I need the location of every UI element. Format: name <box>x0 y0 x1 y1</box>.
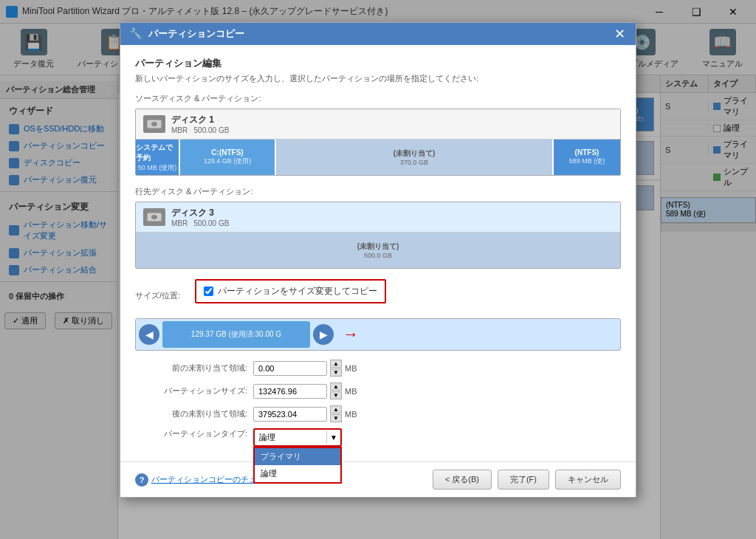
size-bar-left-arrow[interactable]: ◀ <box>139 324 159 345</box>
form-unit-1: MB <box>345 387 357 396</box>
svg-point-3 <box>151 215 157 219</box>
dest-unalloc-size: 500.0 GB <box>364 252 392 259</box>
form-input-wrap-2: ▲ ▼ MB <box>253 405 357 422</box>
spin-down-1[interactable]: ▼ <box>330 391 342 399</box>
svg-point-1 <box>151 122 157 126</box>
source-label: ソースディスク & パーティション: <box>135 93 621 104</box>
arrow-icon: → <box>343 325 359 344</box>
source-disk-header: ディスク 1 MBR 500.00 GB <box>136 109 620 140</box>
type-row: パーティションタイプ: 論理 ▼ プライマリ 論理 <box>135 428 621 447</box>
size-bar-fill: 129.37 GB (使用済:30.00 G <box>162 321 310 348</box>
dialog-title-bar: 🔧 パーティションコピー ✕ <box>120 23 636 45</box>
source-disk-container: ディスク 1 MBR 500.00 GB システムで予約 50 MB (使用) … <box>135 109 621 176</box>
source-disk-partitions: システムで予約 50 MB (使用) C:(NTFS) 129.4 GB (使用… <box>136 140 620 175</box>
form-row-1: パーティションサイズ: ▲ ▼ MB <box>135 382 621 399</box>
form-input-wrap-1: ▲ ▼ MB <box>253 382 357 399</box>
size-bar-right-arrow[interactable]: ▶ <box>313 324 334 345</box>
dialog: 🔧 パーティションコピー ✕ パーティション編集 新しいパーティションのサイズを… <box>120 22 636 498</box>
type-select-value: 論理 <box>255 430 326 445</box>
dialog-section-title: パーティション編集 <box>135 57 621 70</box>
form-unit-0: MB <box>345 364 357 373</box>
back-button[interactable]: < 戻る(B) <box>433 470 492 490</box>
part-unalloc-src[interactable]: (未割り当て) 370.0 GB <box>276 140 554 175</box>
spin-down-2[interactable]: ▼ <box>330 414 342 422</box>
form-label-2: 後の未割り当て領域: <box>135 408 253 419</box>
spin-up-2[interactable]: ▲ <box>330 405 342 413</box>
dest-unalloc[interactable]: (未割り当て) 500.0 GB <box>136 233 620 268</box>
dialog-content: パーティション編集 新しいパーティションのサイズを入力し、選択したパーティション… <box>120 45 636 461</box>
dialog-footer: ? パーティションコピーのチュートリアル < 戻る(B) 完了(F) キャンセル <box>120 461 636 497</box>
size-label: サイズ/位置: <box>135 290 180 301</box>
dialog-icon: 🔧 <box>129 27 142 41</box>
dest-disk-name: ディスク 3 <box>171 207 229 219</box>
spin-up-1[interactable]: ▲ <box>330 382 342 391</box>
dest-disk-header: ディスク 3 MBR 500.00 GB <box>136 202 620 233</box>
dest-unalloc-label: (未割り当て) <box>357 241 399 252</box>
part-c-src-label: C:(NTFS) <box>211 148 243 157</box>
resize-checkbox[interactable] <box>204 286 213 296</box>
source-disk-name: ディスク 1 <box>171 114 229 126</box>
form-row-0: 前の未割り当て領域: ▲ ▼ MB <box>135 360 621 377</box>
partition-type-label: パーティションタイプ: <box>135 428 253 439</box>
dropdown-option-primary[interactable]: プライマリ <box>255 448 340 465</box>
part-unalloc-src-label: (未割り当て) <box>394 148 436 159</box>
size-bar-fill-text: 129.37 GB (使用済:30.00 G <box>188 329 284 340</box>
part-c-src[interactable]: C:(NTFS) 129.4 GB (使用) <box>180 140 276 175</box>
source-disk-info: ディスク 1 MBR 500.00 GB <box>171 114 229 134</box>
dropdown-option-logical[interactable]: 論理 <box>255 465 340 482</box>
form-unit-2: MB <box>345 410 357 419</box>
spin-btns-0: ▲ ▼ <box>330 360 342 377</box>
part-ntfs2-src-size: 589 MB (使) <box>569 157 605 166</box>
finish-button[interactable]: 完了(F) <box>498 470 549 490</box>
form-input-2[interactable] <box>253 407 327 422</box>
checkbox-section: パーティションをサイズ変更してコピー <box>195 279 386 303</box>
spin-btns-1: ▲ ▼ <box>330 382 342 399</box>
type-select-display[interactable]: 論理 ▼ <box>253 428 342 447</box>
spin-btns-2: ▲ ▼ <box>330 405 342 422</box>
form-input-0[interactable] <box>253 361 327 376</box>
type-dropdown: プライマリ 論理 <box>253 447 342 484</box>
cancel-button[interactable]: キャンセル <box>555 470 621 490</box>
form-input-wrap-0: ▲ ▼ MB <box>253 360 357 377</box>
source-disk-type: MBR 500.00 GB <box>171 126 229 134</box>
part-system-src[interactable]: システムで予約 50 MB (使用) <box>136 140 180 175</box>
size-pos-header: サイズ/位置: パーティションをサイズ変更してコピー <box>135 279 621 312</box>
checkbox-label: パーティションをサイズ変更してコピー <box>218 285 377 298</box>
form-row-2: 後の未割り当て領域: ▲ ▼ MB <box>135 405 621 422</box>
form-label-1: パーティションサイズ: <box>135 385 253 396</box>
spin-up-0[interactable]: ▲ <box>330 360 342 368</box>
form-label-0: 前の未割り当て領域: <box>135 363 253 374</box>
dialog-overlay: 🔧 パーティションコピー ✕ パーティション編集 新しいパーティションのサイズを… <box>0 0 756 539</box>
part-ntfs2-src[interactable]: (NTFS) 589 MB (使) <box>554 140 620 175</box>
form-input-1[interactable] <box>253 384 327 399</box>
part-c-src-size: 129.4 GB (使用) <box>204 157 252 166</box>
size-bar: ◀ 129.37 GB (使用済:30.00 G ▶ → <box>135 318 621 351</box>
dialog-close-button[interactable]: ✕ <box>613 27 627 41</box>
type-select-wrap: 論理 ▼ プライマリ 論理 <box>253 428 342 447</box>
part-ntfs2-src-label: (NTFS) <box>575 148 599 157</box>
dest-label: 行先ディスク & パーティション: <box>135 186 621 197</box>
dest-disk-info: ディスク 3 MBR 500.00 GB <box>171 207 229 227</box>
source-disk-icon <box>143 115 165 133</box>
spin-down-0[interactable]: ▼ <box>330 368 342 377</box>
dest-disk-container: ディスク 3 MBR 500.00 GB (未割り当て) 500.0 GB <box>135 202 621 269</box>
dest-disk-partitions: (未割り当て) 500.0 GB <box>136 233 620 268</box>
dialog-section-desc: 新しいパーティションのサイズを入力し、選択したパーティションの場所を指定してくだ… <box>135 73 621 84</box>
part-system-src-label: システムで予約 <box>136 143 179 163</box>
part-unalloc-src-size: 370.0 GB <box>400 159 428 166</box>
type-dropdown-arrow[interactable]: ▼ <box>326 431 340 444</box>
dest-disk-icon <box>143 208 165 226</box>
dest-disk-type: MBR 500.00 GB <box>171 219 229 227</box>
help-icon: ? <box>135 473 148 487</box>
part-system-src-size: 50 MB (使用) <box>138 163 177 173</box>
dialog-title: パーティションコピー <box>148 27 607 41</box>
